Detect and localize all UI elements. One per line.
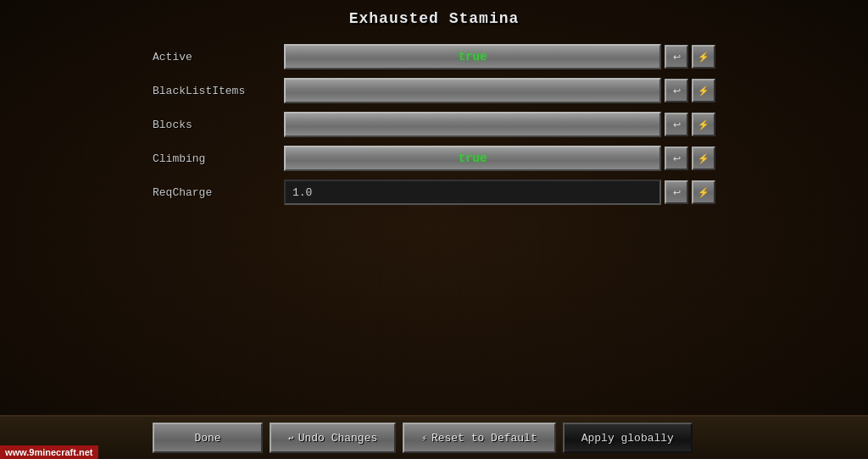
setting-toggle-climbing[interactable]: true bbox=[284, 146, 661, 171]
setting-row-blocks: Blocks↩⚡ bbox=[153, 110, 715, 139]
reset-icon: ⚡ bbox=[421, 433, 427, 444]
watermark: www.9minecraft.net bbox=[0, 445, 98, 459]
reset-row-button-blocks[interactable]: ⚡ bbox=[692, 113, 715, 136]
setting-row-reqCharge: ReqCharge↩⚡ bbox=[153, 178, 715, 207]
reset-label: Reset to Default bbox=[431, 432, 537, 445]
setting-toggle-blacklistItems[interactable] bbox=[284, 78, 661, 103]
setting-label-reqCharge: ReqCharge bbox=[153, 186, 284, 199]
reset-row-button-reqCharge[interactable]: ⚡ bbox=[692, 180, 715, 204]
setting-label-blocks: Blocks bbox=[153, 119, 284, 131]
setting-value-container-blacklistItems bbox=[284, 78, 661, 103]
bottom-bar: www.9minecraft.net Done ↩ Undo Changes ⚡… bbox=[0, 415, 868, 459]
setting-label-active: Active bbox=[153, 51, 284, 64]
setting-value-container-blocks bbox=[284, 112, 661, 137]
undo-changes-button[interactable]: ↩ Undo Changes bbox=[270, 423, 396, 453]
setting-row-active: Activetrue↩⚡ bbox=[153, 42, 715, 71]
undo-label: Undo Changes bbox=[298, 432, 378, 445]
setting-label-blacklistItems: BlackListItems bbox=[153, 85, 284, 97]
setting-value-container-climbing: true bbox=[284, 146, 661, 171]
setting-row-blacklistItems: BlackListItems↩⚡ bbox=[153, 76, 715, 105]
apply-globally-button[interactable]: Apply globally bbox=[563, 423, 693, 453]
undo-row-button-blacklistItems[interactable]: ↩ bbox=[665, 79, 688, 102]
setting-row-climbing: Climbingtrue↩⚡ bbox=[153, 144, 715, 173]
undo-row-button-blocks[interactable]: ↩ bbox=[665, 113, 688, 136]
setting-value-container-active: true bbox=[284, 44, 661, 69]
page-title: Exhausted Stamina bbox=[349, 10, 520, 27]
settings-container: Activetrue↩⚡BlackListItems↩⚡Blocks↩⚡Clim… bbox=[0, 42, 868, 415]
setting-toggle-active[interactable]: true bbox=[284, 44, 661, 69]
setting-toggle-blocks[interactable] bbox=[284, 112, 661, 137]
undo-row-button-active[interactable]: ↩ bbox=[665, 45, 688, 69]
undo-icon: ↩ bbox=[288, 433, 294, 444]
undo-row-button-climbing[interactable]: ↩ bbox=[665, 147, 688, 170]
reset-row-button-climbing[interactable]: ⚡ bbox=[692, 147, 715, 170]
setting-input-reqCharge[interactable] bbox=[284, 180, 661, 205]
setting-label-climbing: Climbing bbox=[153, 152, 284, 165]
reset-to-default-button[interactable]: ⚡ Reset to Default bbox=[403, 423, 555, 453]
reset-row-button-blacklistItems[interactable]: ⚡ bbox=[692, 79, 715, 102]
reset-row-button-active[interactable]: ⚡ bbox=[692, 45, 715, 69]
undo-row-button-reqCharge[interactable]: ↩ bbox=[665, 180, 688, 204]
setting-value-container-reqCharge bbox=[284, 180, 661, 205]
done-button[interactable]: Done bbox=[153, 423, 263, 453]
